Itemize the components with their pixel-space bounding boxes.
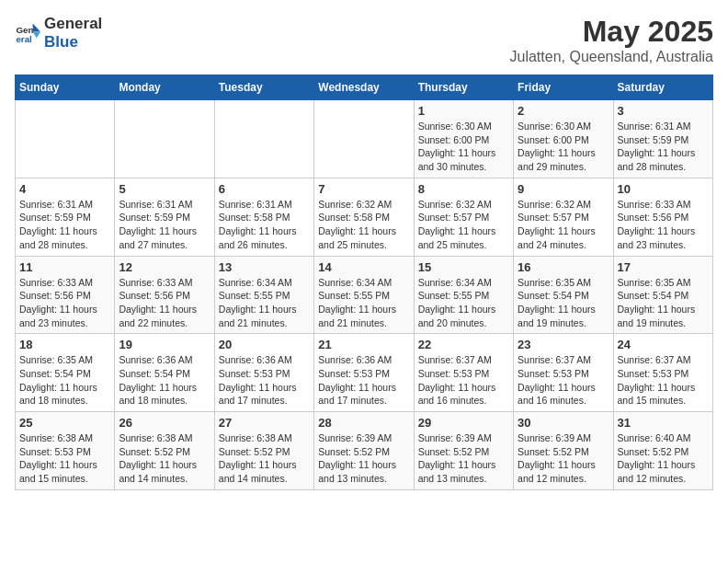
calendar-cell: 21Sunrise: 6:36 AM Sunset: 5:53 PM Dayli…	[314, 334, 414, 412]
day-info: Sunrise: 6:37 AM Sunset: 5:53 PM Dayligh…	[518, 353, 609, 408]
day-info: Sunrise: 6:38 AM Sunset: 5:52 PM Dayligh…	[119, 431, 210, 486]
calendar-cell: 18Sunrise: 6:35 AM Sunset: 5:54 PM Dayli…	[16, 334, 115, 412]
day-number: 8	[418, 182, 509, 196]
calendar-week-row: 25Sunrise: 6:38 AM Sunset: 5:53 PM Dayli…	[16, 412, 713, 490]
calendar-cell: 9Sunrise: 6:32 AM Sunset: 5:57 PM Daylig…	[514, 178, 613, 256]
location-title: Julatten, Queensland, Australia	[510, 49, 713, 65]
day-info: Sunrise: 6:34 AM Sunset: 5:55 PM Dayligh…	[318, 276, 409, 330]
day-number: 5	[119, 182, 210, 196]
svg-marker-3	[33, 32, 40, 39]
calendar-cell: 1Sunrise: 6:30 AM Sunset: 6:00 PM Daylig…	[414, 100, 513, 178]
day-info: Sunrise: 6:31 AM Sunset: 5:59 PM Dayligh…	[19, 198, 110, 252]
calendar-cell: 15Sunrise: 6:34 AM Sunset: 5:55 PM Dayli…	[414, 256, 513, 334]
day-number: 12	[119, 260, 210, 274]
calendar-cell: 13Sunrise: 6:34 AM Sunset: 5:55 PM Dayli…	[214, 256, 313, 334]
calendar-cell: 24Sunrise: 6:37 AM Sunset: 5:53 PM Dayli…	[613, 334, 712, 412]
day-info: Sunrise: 6:37 AM Sunset: 5:53 PM Dayligh…	[618, 353, 709, 408]
calendar-cell: 16Sunrise: 6:35 AM Sunset: 5:54 PM Dayli…	[514, 256, 613, 334]
day-info: Sunrise: 6:31 AM Sunset: 5:59 PM Dayligh…	[119, 198, 210, 252]
day-number: 26	[119, 416, 210, 430]
calendar-cell: 26Sunrise: 6:38 AM Sunset: 5:52 PM Dayli…	[115, 412, 214, 490]
day-number: 20	[219, 338, 310, 351]
day-number: 13	[219, 260, 310, 274]
day-number: 17	[618, 260, 709, 274]
day-info: Sunrise: 6:30 AM Sunset: 6:00 PM Dayligh…	[418, 120, 509, 174]
day-number: 16	[518, 260, 609, 274]
day-number: 24	[618, 338, 709, 351]
day-info: Sunrise: 6:33 AM Sunset: 5:56 PM Dayligh…	[19, 276, 110, 330]
calendar-cell	[314, 100, 414, 178]
calendar-cell	[115, 100, 214, 178]
day-info: Sunrise: 6:39 AM Sunset: 5:52 PM Dayligh…	[518, 431, 609, 486]
day-number: 18	[19, 338, 110, 351]
logo: Gen eral General Blue	[15, 15, 102, 52]
calendar-cell: 10Sunrise: 6:33 AM Sunset: 5:56 PM Dayli…	[613, 178, 712, 256]
calendar-cell: 3Sunrise: 6:31 AM Sunset: 5:59 PM Daylig…	[613, 100, 712, 178]
day-info: Sunrise: 6:36 AM Sunset: 5:54 PM Dayligh…	[119, 353, 210, 408]
calendar-cell: 19Sunrise: 6:36 AM Sunset: 5:54 PM Dayli…	[115, 334, 214, 412]
calendar-cell: 5Sunrise: 6:31 AM Sunset: 5:59 PM Daylig…	[115, 178, 214, 256]
day-number: 21	[318, 338, 409, 351]
calendar-cell	[16, 100, 115, 178]
day-info: Sunrise: 6:40 AM Sunset: 5:52 PM Dayligh…	[618, 431, 709, 486]
day-number: 4	[19, 182, 110, 196]
day-info: Sunrise: 6:36 AM Sunset: 5:53 PM Dayligh…	[318, 353, 409, 408]
calendar-cell: 27Sunrise: 6:38 AM Sunset: 5:52 PM Dayli…	[214, 412, 313, 490]
day-info: Sunrise: 6:37 AM Sunset: 5:53 PM Dayligh…	[418, 353, 509, 408]
svg-text:eral: eral	[16, 34, 32, 44]
calendar-cell: 2Sunrise: 6:30 AM Sunset: 6:00 PM Daylig…	[514, 100, 613, 178]
svg-marker-2	[33, 24, 40, 32]
day-number: 7	[318, 182, 409, 196]
calendar-cell: 8Sunrise: 6:32 AM Sunset: 5:57 PM Daylig…	[414, 178, 513, 256]
day-of-week-header: Wednesday	[314, 75, 414, 100]
day-of-week-header: Monday	[115, 75, 214, 100]
day-of-week-header: Friday	[514, 75, 613, 100]
day-number: 9	[518, 182, 609, 196]
day-number: 14	[318, 260, 409, 274]
title-section: May 2025 Julatten, Queensland, Australia	[510, 15, 713, 65]
day-info: Sunrise: 6:30 AM Sunset: 6:00 PM Dayligh…	[518, 120, 609, 174]
calendar-cell: 7Sunrise: 6:32 AM Sunset: 5:58 PM Daylig…	[314, 178, 414, 256]
calendar-cell: 30Sunrise: 6:39 AM Sunset: 5:52 PM Dayli…	[514, 412, 613, 490]
logo-text: General Blue	[44, 15, 102, 52]
day-number: 27	[219, 416, 310, 430]
calendar-cell: 22Sunrise: 6:37 AM Sunset: 5:53 PM Dayli…	[414, 334, 513, 412]
generalblue-logo-icon: Gen eral	[15, 20, 40, 46]
logo-blue: Blue	[44, 33, 78, 51]
day-number: 22	[418, 338, 509, 351]
day-info: Sunrise: 6:34 AM Sunset: 5:55 PM Dayligh…	[418, 276, 509, 330]
day-info: Sunrise: 6:36 AM Sunset: 5:53 PM Dayligh…	[219, 353, 310, 408]
day-info: Sunrise: 6:38 AM Sunset: 5:53 PM Dayligh…	[19, 431, 110, 486]
day-info: Sunrise: 6:34 AM Sunset: 5:55 PM Dayligh…	[219, 276, 310, 330]
calendar-cell: 14Sunrise: 6:34 AM Sunset: 5:55 PM Dayli…	[314, 256, 414, 334]
day-number: 2	[518, 104, 609, 118]
day-of-week-header: Sunday	[16, 75, 115, 100]
month-title: May 2025	[510, 15, 713, 49]
calendar-header-row: SundayMondayTuesdayWednesdayThursdayFrid…	[16, 75, 713, 100]
calendar-cell: 6Sunrise: 6:31 AM Sunset: 5:58 PM Daylig…	[214, 178, 313, 256]
day-number: 6	[219, 182, 310, 196]
day-number: 30	[518, 416, 609, 430]
calendar-table: SundayMondayTuesdayWednesdayThursdayFrid…	[15, 75, 713, 490]
day-number: 19	[119, 338, 210, 351]
logo-general: General	[44, 15, 102, 32]
calendar-cell: 4Sunrise: 6:31 AM Sunset: 5:59 PM Daylig…	[16, 178, 115, 256]
day-info: Sunrise: 6:39 AM Sunset: 5:52 PM Dayligh…	[418, 431, 509, 486]
day-of-week-header: Saturday	[613, 75, 712, 100]
day-info: Sunrise: 6:31 AM Sunset: 5:58 PM Dayligh…	[219, 198, 310, 252]
day-info: Sunrise: 6:32 AM Sunset: 5:57 PM Dayligh…	[518, 198, 609, 252]
calendar-cell	[214, 100, 313, 178]
day-info: Sunrise: 6:39 AM Sunset: 5:52 PM Dayligh…	[318, 431, 409, 486]
day-number: 29	[418, 416, 509, 430]
day-info: Sunrise: 6:31 AM Sunset: 5:59 PM Dayligh…	[618, 120, 709, 174]
day-number: 3	[618, 104, 709, 118]
day-of-week-header: Thursday	[414, 75, 513, 100]
calendar-cell: 29Sunrise: 6:39 AM Sunset: 5:52 PM Dayli…	[414, 412, 513, 490]
calendar-cell: 17Sunrise: 6:35 AM Sunset: 5:54 PM Dayli…	[613, 256, 712, 334]
calendar-cell: 25Sunrise: 6:38 AM Sunset: 5:53 PM Dayli…	[16, 412, 115, 490]
day-number: 15	[418, 260, 509, 274]
calendar-cell: 31Sunrise: 6:40 AM Sunset: 5:52 PM Dayli…	[613, 412, 712, 490]
calendar-cell: 28Sunrise: 6:39 AM Sunset: 5:52 PM Dayli…	[314, 412, 414, 490]
calendar-cell: 23Sunrise: 6:37 AM Sunset: 5:53 PM Dayli…	[514, 334, 613, 412]
day-info: Sunrise: 6:32 AM Sunset: 5:57 PM Dayligh…	[418, 198, 509, 252]
